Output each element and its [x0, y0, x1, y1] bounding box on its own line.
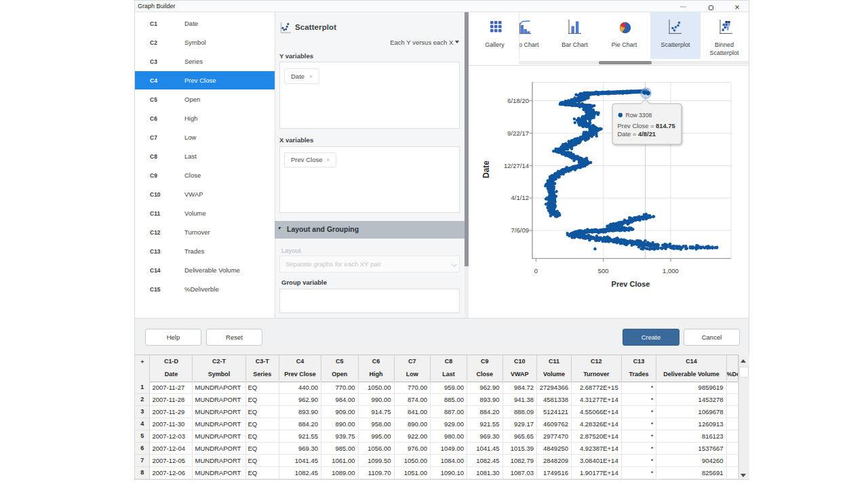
svg-text:6/18/20: 6/18/20: [507, 97, 529, 104]
svg-text:9/22/17: 9/22/17: [507, 129, 529, 137]
svg-text:12/27/14: 12/27/14: [504, 162, 529, 169]
svg-text:Date: Date: [481, 161, 491, 178]
svg-text:500: 500: [598, 267, 609, 274]
svg-text:Prev Close: Prev Close: [612, 280, 650, 288]
svg-text:Date = 4/8/21: Date = 4/8/21: [618, 130, 656, 138]
svg-text:Row 3308: Row 3308: [626, 112, 652, 119]
svg-text:0: 0: [534, 267, 538, 274]
svg-text:1,000: 1,000: [663, 267, 679, 274]
svg-text:7/6/09: 7/6/09: [511, 226, 529, 234]
svg-text:4/1/12: 4/1/12: [511, 194, 529, 201]
svg-text:Prev Close = 814.75: Prev Close = 814.75: [618, 122, 675, 129]
